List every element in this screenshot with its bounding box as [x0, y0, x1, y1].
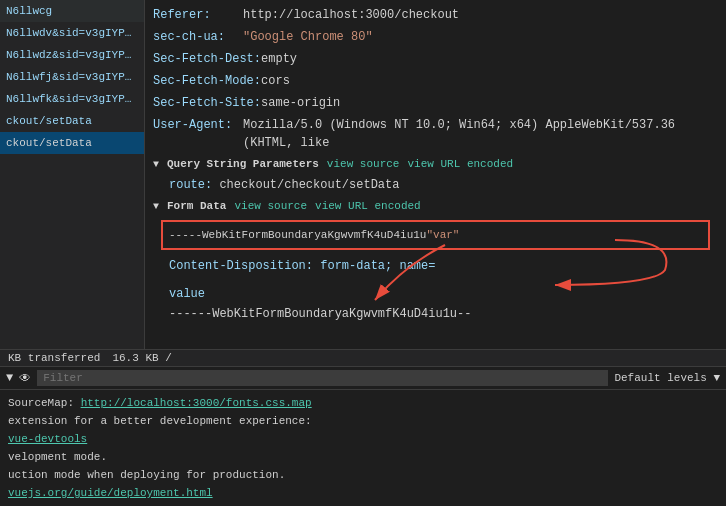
form-data-content-wrapper: -----WebKitFormBoundaryaKgwvmfK4uD4iu1u"… [145, 220, 726, 326]
header-sec-ch-ua: sec-ch-ua: "Google Chrome 80" [145, 26, 726, 48]
query-string-view-source-link[interactable]: view source [327, 158, 400, 170]
route-key: route: [169, 178, 212, 192]
sidebar-item-7[interactable]: ckout/setData [0, 132, 144, 154]
query-string-view-url-encoded-link[interactable]: view URL encoded [407, 158, 513, 170]
filter-bar: ▼ 👁 Default levels ▼ [0, 366, 726, 390]
deployment-guide-link[interactable]: vuejs.org/guide/deployment.html [8, 487, 213, 499]
vue-devtools-link[interactable]: vue-devtools [8, 433, 87, 445]
query-string-toggle[interactable]: ▼ [153, 159, 159, 170]
sec-ch-ua-key: sec-ch-ua: [153, 28, 243, 46]
form-data-highlighted-box: -----WebKitFormBoundaryaKgwvmfK4uD4iu1u"… [161, 220, 710, 250]
sidebar-item-5[interactable]: N6llwfk&sid=v3gIYP3Ld3... [0, 88, 144, 110]
user-agent-key: User-Agent: [153, 116, 243, 152]
eye-icon[interactable]: 👁 [19, 371, 31, 386]
query-param-route: route: checkout/checkout/setData [145, 174, 726, 196]
form-data-view-url-encoded-link[interactable]: view URL encoded [315, 200, 421, 212]
sec-fetch-site-value: same-origin [261, 94, 718, 112]
sidebar-item-1[interactable]: N6llwcg [0, 0, 144, 22]
sidebar-item-4[interactable]: N6llwfj&sid=v3gIYP3Ld3... [0, 66, 144, 88]
content-disposition-row: Content-Disposition: form-data; name= [169, 256, 710, 276]
header-user-agent: User-Agent: Mozilla/5.0 (Windows NT 10.0… [145, 114, 726, 154]
query-string-section-header: ▼ Query String Parameters view source vi… [145, 154, 726, 174]
end-boundary-value: ------WebKitFormBoundaryaKgwvmfK4uD4iu1u… [169, 307, 471, 321]
value-label: value [169, 287, 205, 301]
sidebar-item-6[interactable]: ckout/setData [0, 110, 144, 132]
console-line-6: vuejs.org/guide/deployment.html [8, 484, 718, 502]
source-map-line: SourceMap: http://localhost:3000/fonts.c… [8, 394, 718, 412]
form-data-toggle[interactable]: ▼ [153, 201, 159, 212]
route-value: checkout/checkout/setData [219, 178, 399, 192]
sec-fetch-mode-value: cors [261, 72, 718, 90]
sidebar-item-3[interactable]: N6llwdz&sid=v3gIYP3Ld... [0, 44, 144, 66]
console-line-4: velopment mode. [8, 448, 718, 466]
query-string-title: Query String Parameters [167, 158, 319, 170]
form-data-boundary-line: -----WebKitFormBoundaryaKgwvmfK4uD4iu1u"… [169, 226, 702, 244]
header-referer: Referer: http://localhost:3000/checkout [145, 4, 726, 26]
status-bar: KB transferred 16.3 KB / [0, 349, 726, 366]
console-toggle-button[interactable]: ▼ [6, 371, 13, 385]
referer-key: Referer: [153, 6, 243, 24]
value-row: value [169, 284, 710, 304]
var-label: "var" [426, 229, 459, 241]
header-sec-fetch-mode: Sec-Fetch-Mode: cors [145, 70, 726, 92]
sidebar-item-2[interactable]: N6llwdv&sid=v3gIYP3Ld... [0, 22, 144, 44]
source-map-label: SourceMap: [8, 397, 74, 409]
console-line-1: extension for a better development exper… [8, 412, 718, 430]
console-line-2: vue-devtools [8, 430, 718, 448]
kb-transferred-label: KB transferred [8, 352, 100, 364]
form-data-title: Form Data [167, 200, 226, 212]
sec-fetch-dest-key: Sec-Fetch-Dest: [153, 50, 261, 68]
request-detail-panel: Referer: http://localhost:3000/checkout … [145, 0, 726, 349]
content-disposition-label: Content-Disposition: form-data; name= [169, 259, 435, 273]
sec-ch-ua-value: "Google Chrome 80" [243, 28, 718, 46]
header-sec-fetch-dest: Sec-Fetch-Dest: empty [145, 48, 726, 70]
default-levels-dropdown[interactable]: Default levels ▼ [614, 372, 720, 384]
user-agent-value: Mozilla/5.0 (Windows NT 10.0; Win64; x64… [243, 116, 718, 152]
header-sec-fetch-site: Sec-Fetch-Site: same-origin [145, 92, 726, 114]
form-data-details: Content-Disposition: form-data; name= va… [145, 254, 726, 326]
filter-input[interactable] [37, 370, 608, 386]
form-data-section-header: ▼ Form Data view source view URL encoded [145, 196, 726, 216]
console-line-5: uction mode when deploying for productio… [8, 466, 718, 484]
sec-fetch-mode-key: Sec-Fetch-Mode: [153, 72, 261, 90]
request-list[interactable]: N6llwcg N6llwdv&sid=v3gIYP3Ld... N6llwdz… [0, 0, 145, 349]
sec-fetch-dest-value: empty [261, 50, 718, 68]
console-panel: SourceMap: http://localhost:3000/fonts.c… [0, 390, 726, 506]
headers-section: Referer: http://localhost:3000/checkout … [145, 4, 726, 154]
kb-size: 16.3 KB / [112, 352, 171, 364]
form-data-view-source-link[interactable]: view source [234, 200, 307, 212]
boundary-text: -----WebKitFormBoundaryaKgwvmfK4uD4iu1u [169, 229, 426, 241]
referer-value: http://localhost:3000/checkout [243, 6, 718, 24]
sec-fetch-site-key: Sec-Fetch-Site: [153, 94, 261, 112]
end-boundary-row: ------WebKitFormBoundaryaKgwvmfK4uD4iu1u… [169, 304, 710, 324]
source-map-url-link[interactable]: http://localhost:3000/fonts.css.map [81, 397, 312, 409]
